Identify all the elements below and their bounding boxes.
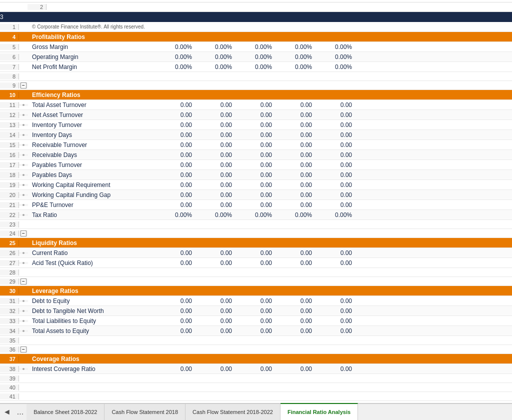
cell-7-2020: 0.00% [238,62,278,72]
outline-9[interactable]: − [19,82,28,88]
section-data-4 [278,358,318,360]
row-label-15: Receivable Turnover [28,140,158,150]
cell-18-2018: 0.00 [158,170,198,180]
section-header-row-4: 4 Profitability Ratios [0,32,512,42]
row-label-17: Payables Turnover [28,160,158,170]
header-currency [28,14,158,20]
row-label-5: Gross Margin [28,42,158,52]
section-label-10: Efficiency Ratios [28,90,158,100]
cell-17-2022: 0.00 [318,160,358,170]
cell-5-2022: 0.00% [318,42,358,52]
tab-cashflow-2018-2022[interactable]: Cash Flow Statement 2018-2022 [186,404,280,420]
outline-27 [19,262,28,264]
row-label-12: Net Asset Turnover [28,110,158,120]
section-label-25: Liquidity Ratios [28,238,158,248]
data-row-5: 5 Gross Margin 0.00% 0.00% 0.00% 0.00% 0… [0,42,512,52]
empty-row-24: 24 − [0,229,512,238]
section-label-4: Profitability Ratios [28,32,158,42]
outline-36[interactable]: − [19,346,28,352]
row-num-18: 18 [0,172,19,178]
outline-21 [19,204,28,206]
cell-13-2021: 0.00 [278,120,318,130]
collapse-btn[interactable]: − [20,346,26,352]
group-dot [22,214,24,216]
tab-cashflow-2018[interactable]: Cash Flow Statement 2018 [104,404,186,420]
section-data-5 [318,36,358,38]
row-num-26: 26 [0,250,19,256]
outline-34 [19,330,28,332]
section-data-3 [238,358,278,360]
cell-21-2020: 0.00 [238,200,278,210]
data-row-22: 22 Tax Ratio 0.00% 0.00% 0.00% 0.00% 0.0… [0,210,512,220]
outline-29[interactable]: − [19,278,28,284]
data-row-13: 13 Inventory Turnover 0.00 0.00 0.00 0.0… [0,120,512,130]
section-data-1 [158,242,198,244]
cell-20-2022: 0.00 [318,190,358,200]
cell-12-2019: 0.00 [198,110,238,120]
cell-14-2019: 0.00 [198,130,238,140]
group-dot [22,252,24,254]
cell-5-2018: 0.00% [158,42,198,52]
cell-12-2021: 0.00 [278,110,318,120]
cell-11-2021: 0.00 [278,100,318,110]
header-2018 [158,14,198,20]
cell-19-2022: 0.00 [318,180,358,190]
cell-18-2022: 0.00 [318,170,358,180]
cell-34-2021: 0.00 [278,326,318,336]
row-num-10: 10 [0,92,19,98]
row-num-40: 40 [0,384,19,390]
cell-6-2020: 0.00% [238,52,278,62]
tab-nav-ellipsis[interactable]: ... [14,404,26,420]
tab-nav-left[interactable]: ◄ [0,404,14,420]
outline-18 [19,174,28,176]
section-header-row-10: 10 Efficiency Ratios [0,90,512,100]
cell-26-2021: 0.00 [278,248,318,258]
collapse-btn[interactable]: − [20,230,26,236]
section-data-1 [158,290,198,292]
header-space [19,14,28,20]
cell-6-2018: 0.00% [158,52,198,62]
group-dot [22,134,24,136]
cell-12-2020: 0.00 [238,110,278,120]
cell-31-2018: 0.00 [158,296,198,306]
cell-32-2021: 0.00 [278,306,318,316]
empty-row-28: 28 [0,268,512,277]
cell-5-2019: 0.00% [198,42,238,52]
cell-27-2018: 0.00 [158,258,198,268]
outline-26 [19,252,28,254]
row-num-15: 15 [0,142,19,148]
tab-balance-sheet[interactable]: Balance Sheet 2018-2022 [26,404,104,420]
cell-26-2019: 0.00 [198,248,238,258]
data-row-34: 34 Total Assets to Equity 0.00 0.00 0.00… [0,326,512,336]
collapse-btn[interactable]: − [20,82,26,88]
cell-26-2022: 0.00 [318,248,358,258]
collapse-btn[interactable]: − [20,278,26,284]
group-dot [22,330,24,332]
data-row-16: 16 Receivable Days 0.00 0.00 0.00 0.00 0… [0,150,512,160]
cell-22-2018: 0.00% [158,210,198,220]
section-data-3 [238,94,278,96]
section-data-5 [318,358,358,360]
cell-13-2018: 0.00 [158,120,198,130]
cell-33-2020: 0.00 [238,316,278,326]
group-dot [22,174,24,176]
cell-18-2020: 0.00 [238,170,278,180]
group-dot [22,310,24,312]
empty-row-35: 35 [0,336,512,345]
cell-38-2020: 0.00 [238,364,278,374]
cell-7-2021: 0.00% [278,62,318,72]
outline-24[interactable]: − [19,230,28,236]
cell-14-2021: 0.00 [278,130,318,140]
cell-19-2019: 0.00 [198,180,238,190]
row-label-14: Inventory Days [28,130,158,140]
row-num-41: 41 [0,394,19,400]
cell-34-2019: 0.00 [198,326,238,336]
row-label-21: PP&E Turnover [28,200,158,210]
cell-16-2019: 0.00 [198,150,238,160]
tab-financial-ratio[interactable]: Financial Ratio Analysis [280,403,358,420]
row-num-5: 5 [0,44,19,50]
cell-38-2019: 0.00 [198,364,238,374]
cell-13-2020: 0.00 [238,120,278,130]
cell-16-2021: 0.00 [278,150,318,160]
group-dot [22,300,24,302]
